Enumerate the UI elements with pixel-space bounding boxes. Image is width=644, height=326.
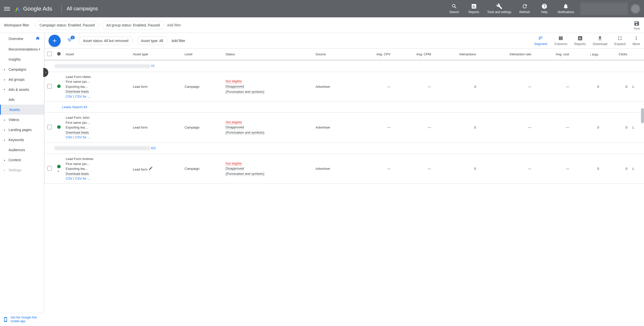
asset-type-chip[interactable]: Asset type: All [137, 36, 168, 45]
col-asset[interactable]: Asset [63, 49, 130, 60]
add-workspace-filter[interactable]: Add filter [167, 23, 181, 27]
csv-for-link[interactable]: CSV for … [75, 95, 91, 98]
col-interactions[interactable]: Interactions [433, 49, 478, 60]
columns-button[interactable]: Columns [554, 35, 567, 46]
chevron-right-icon: ▸ [4, 118, 5, 121]
reports-icon [471, 3, 477, 9]
select-all-checkbox[interactable] [47, 52, 52, 56]
sidebar-item-videos[interactable]: ▸ Videos [0, 115, 44, 125]
asset-status-chip[interactable]: Asset status: All but removed [79, 36, 133, 45]
status-disapproved[interactable]: Disapproved [226, 85, 244, 89]
refresh-button[interactable]: Refresh [518, 3, 531, 14]
google-ads-logo[interactable]: Google Ads [14, 5, 52, 12]
scrollbar-thumb[interactable] [641, 108, 644, 123]
status-dot-green-icon[interactable] [57, 85, 61, 88]
ad-group-status-chip[interactable]: Ad group status: Enabled, Paused [102, 21, 164, 29]
col-impr[interactable]: ↓Impr. [572, 49, 601, 60]
svg-point-0 [15, 10, 17, 12]
add-content-filter[interactable]: Add filter [171, 39, 185, 43]
download-leads-link[interactable]: Download leads [66, 90, 89, 94]
campaign-status-chip[interactable]: Campaign status: Enabled, Paused [35, 21, 99, 29]
group-label-redacted [55, 146, 150, 150]
status-dot-green-icon[interactable] [57, 165, 61, 168]
add-asset-fab[interactable] [49, 35, 61, 47]
source-cell: Advertiser [313, 154, 353, 184]
group-label-redacted [55, 64, 150, 68]
col-avg-cpv[interactable]: Avg. CPV [354, 49, 393, 60]
sidebar-item-ads[interactable]: Ads [0, 95, 44, 105]
csv-for-link[interactable]: CSV for … [75, 135, 91, 139]
asset-title: Lead Form John [66, 115, 128, 120]
account-info-redacted [580, 3, 628, 15]
hamburger-menu-icon[interactable] [4, 6, 10, 12]
impr-cell: 0 [572, 72, 601, 102]
alert-dot-icon [39, 49, 40, 50]
col-clicks[interactable]: Clicks [602, 49, 630, 60]
status-reason[interactable]: (Punctuation and symbols) [226, 131, 264, 135]
sidebar-item-audiences[interactable]: Audiences [0, 145, 44, 155]
csv-for-link[interactable]: CSV for … [75, 177, 91, 180]
help-button[interactable]: Help [538, 3, 551, 14]
status-dot-header [55, 49, 63, 60]
sidebar-item-assets[interactable]: Assets [0, 105, 44, 115]
col-avg-cost[interactable]: Avg. cost [534, 49, 572, 60]
home-icon [35, 36, 40, 41]
expand-button[interactable]: Expand [614, 35, 625, 46]
interaction-rate-cell: — [479, 72, 534, 102]
sidebar-item-recommendations[interactable]: Recommendations [0, 44, 44, 54]
status-reason[interactable]: (Punctuation and symbols) [226, 172, 264, 176]
status-not-eligible[interactable]: Not eligible [226, 161, 242, 166]
sidebar-item-ad-groups[interactable]: ▸ Ad groups [0, 74, 44, 85]
sidebar-item-settings[interactable]: ▸ Settings [0, 165, 44, 175]
row-checkbox[interactable] [47, 84, 52, 89]
edit-icon[interactable] [148, 166, 153, 171]
status-dropdown-caret-icon[interactable]: ▾ [58, 170, 59, 173]
sidebar-item-overview[interactable]: Overview [0, 33, 44, 44]
search-button[interactable]: Search [448, 3, 461, 14]
chevron-right-icon: ▸ [4, 159, 5, 161]
csv-link[interactable]: CSV [66, 95, 72, 98]
workspace-filter-bar: Workspace filter Campaign status: Enable… [0, 17, 644, 33]
row-checkbox[interactable] [47, 125, 52, 129]
col-source[interactable]: Source [313, 49, 353, 60]
status-reason[interactable]: (Punctuation and symbols) [226, 90, 264, 94]
col-level[interactable]: Level [182, 49, 223, 60]
group-label-suffix[interactable]: 63| [150, 146, 155, 150]
status-disapproved[interactable]: Disapproved [226, 167, 244, 171]
save-button[interactable]: Save [634, 20, 640, 30]
status-not-eligible[interactable]: Not eligible [226, 120, 242, 124]
sidebar-item-insights[interactable]: Insights [0, 54, 44, 64]
sidebar-item-keywords[interactable]: ▸ Keywords [0, 135, 44, 145]
group-label-link[interactable]: Leads-Search-43 [62, 105, 87, 109]
user-avatar[interactable] [631, 4, 640, 13]
col-status[interactable]: Status [223, 49, 313, 60]
reports-button[interactable]: Reports [468, 3, 480, 14]
sidebar-item-landing-pages[interactable]: ▸ Landing pages [0, 125, 44, 135]
status-disapproved[interactable]: Disapproved [226, 125, 244, 129]
status-dot-green-icon[interactable] [57, 125, 61, 129]
sidebar-item-ads-assets[interactable]: ▸ Ads & assets [0, 85, 44, 95]
col-asset-type[interactable]: Asset type [130, 49, 182, 60]
tools-settings-button[interactable]: Tools and settings [487, 3, 511, 14]
reports-tool-icon [577, 35, 583, 41]
more-button[interactable]: More [632, 35, 640, 46]
mobile-app-promo[interactable]: Get the Google Ads mobile app [0, 313, 44, 326]
sidebar-item-content[interactable]: ▸ Content [0, 155, 44, 165]
csv-link[interactable]: CSV [66, 135, 72, 139]
download-button[interactable]: Download [593, 35, 607, 46]
avg-cost-cell: — [534, 72, 572, 102]
csv-link[interactable]: CSV [66, 177, 72, 180]
col-avg-cpm[interactable]: Avg. CPM [393, 49, 433, 60]
status-not-eligible[interactable]: Not eligible [226, 79, 242, 83]
row-checkbox[interactable] [47, 166, 52, 171]
segment-button[interactable]: Segment [534, 35, 547, 46]
download-leads-link[interactable]: Download leads [66, 172, 89, 176]
select-all-header[interactable] [45, 49, 55, 60]
reports-tool-button[interactable]: Reports [574, 35, 586, 46]
download-leads-link[interactable]: Download leads [66, 131, 89, 135]
sidebar-item-campaigns[interactable]: ▸ Campaigns [0, 64, 44, 74]
col-interaction-rate[interactable]: Interaction rate [479, 49, 534, 60]
group-label-suffix[interactable]: #1 [150, 64, 155, 68]
notifications-button[interactable]: Notifications [558, 3, 574, 14]
filter-button[interactable]: 2 [67, 37, 73, 44]
